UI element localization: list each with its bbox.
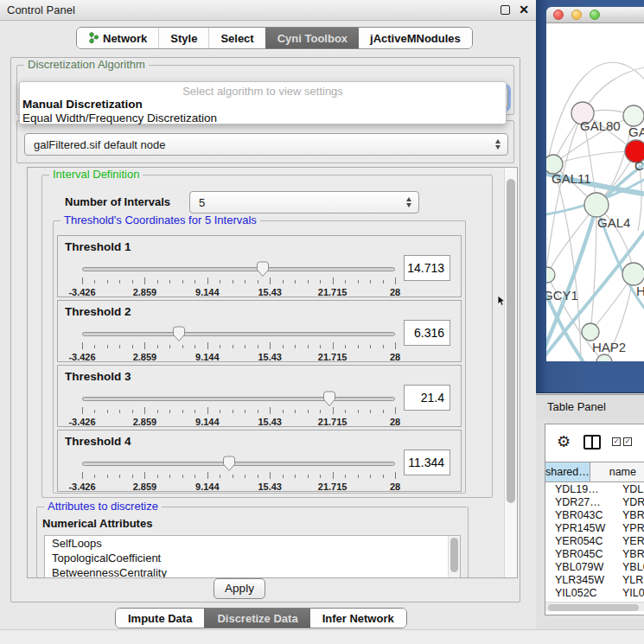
threshold-value-field[interactable]: 21.4 bbox=[404, 385, 450, 411]
network-view-frame: GAL80GACGAL11GAL4GCY1HHAP2 bbox=[536, 0, 644, 393]
network-node[interactable] bbox=[596, 354, 612, 361]
control-panel-tabbar: Network Style Select Cyni Toolbox jActiv… bbox=[76, 27, 473, 49]
tab-jactivemnodules[interactable]: jActiveMNodules bbox=[359, 28, 472, 48]
list-scrollbar-thumb[interactable] bbox=[450, 538, 458, 572]
scrollbar-thumb[interactable] bbox=[548, 604, 639, 611]
numerical-attributes-list[interactable]: SelfLoops TopologicalCoefficient Between… bbox=[44, 535, 461, 578]
tick-mark bbox=[94, 475, 95, 478]
table-cell[interactable]: YER054C bbox=[545, 535, 613, 548]
column-header-shared-name[interactable]: shared… bbox=[545, 462, 590, 481]
tab-infer-network[interactable]: Infer Network bbox=[310, 609, 406, 628]
table-cell[interactable]: YBR045C bbox=[613, 548, 644, 561]
minimize-traffic-light-icon[interactable] bbox=[571, 10, 582, 20]
dropdown-placeholder-option[interactable]: Select algorithm to view settings bbox=[20, 85, 506, 98]
table-cell[interactable]: YBR045C bbox=[545, 548, 613, 561]
scrollbar-thumb[interactable] bbox=[507, 179, 515, 503]
table-cell[interactable]: YLR345W bbox=[545, 574, 613, 587]
network-edge[interactable] bbox=[546, 113, 583, 283]
tick-mark bbox=[258, 280, 258, 284]
table-cell[interactable]: YLR345W bbox=[613, 574, 644, 587]
tick-mark bbox=[308, 475, 309, 478]
table-row[interactable]: YLR345WYLR345W bbox=[545, 574, 644, 587]
table-cell[interactable]: YBL079W bbox=[545, 561, 613, 574]
table-cell[interactable]: YDR27… bbox=[545, 496, 613, 509]
column-header-name[interactable]: name bbox=[590, 462, 644, 481]
table-cell[interactable]: YER054C bbox=[613, 535, 644, 548]
slider-thumb[interactable] bbox=[222, 456, 236, 472]
group-title: Threshold's Coordinates for 5 Intervals bbox=[61, 214, 260, 226]
table-horizontal-scrollbar[interactable] bbox=[545, 602, 644, 611]
table-cell[interactable]: YBR043C bbox=[613, 509, 644, 522]
table-row[interactable]: YPR145WYPR145W bbox=[545, 522, 644, 535]
threshold-value-field[interactable]: 14.713 bbox=[404, 255, 450, 281]
tab-style[interactable]: Style bbox=[158, 28, 208, 48]
dropdown-option-equal-width-frequency[interactable]: Equal Width/Frequency Discretization bbox=[22, 112, 217, 124]
network-node-h[interactable] bbox=[622, 263, 644, 285]
table-cell[interactable]: YIL052C bbox=[613, 587, 644, 600]
table-row[interactable]: YIL052CYIL052C bbox=[545, 587, 644, 600]
table-cell[interactable]: YDL19 bbox=[613, 483, 644, 496]
table-panel-titlebar[interactable]: Table Panel bbox=[536, 394, 644, 418]
table-cell[interactable]: YIL052C bbox=[545, 587, 613, 600]
dropdown-option-manual-discretization[interactable]: Manual Discretization bbox=[22, 98, 143, 111]
network-node-gal4[interactable] bbox=[584, 193, 609, 217]
network-node-gcy1[interactable] bbox=[546, 267, 555, 283]
table-row[interactable]: YBR045CYBR045C bbox=[545, 548, 644, 561]
tab-impute-data[interactable]: Impute Data bbox=[116, 609, 204, 628]
settings-vertical-scrollbar[interactable] bbox=[504, 168, 517, 577]
apply-button[interactable]: Apply bbox=[214, 578, 265, 599]
list-item[interactable]: TopologicalCoefficient bbox=[45, 551, 460, 565]
threshold-label: Threshold 4 bbox=[65, 435, 131, 448]
network-graph[interactable]: GAL80GACGAL11GAL4GCY1HHAP2 bbox=[546, 23, 644, 361]
table-row[interactable]: YER054CYER054C bbox=[545, 535, 644, 548]
table-cell[interactable]: YBL079W bbox=[613, 561, 644, 574]
threshold-slider: -3.4262.8599.14415.4321.71528 bbox=[82, 260, 395, 296]
column-split-icon[interactable] bbox=[583, 435, 601, 450]
list-item[interactable]: SelfLoops bbox=[45, 536, 460, 551]
tab-discretize-data[interactable]: Discretize Data bbox=[204, 609, 309, 628]
network-node-ga[interactable] bbox=[623, 105, 644, 126]
combo-stepper-icon[interactable] bbox=[495, 139, 501, 150]
threshold-value-field[interactable]: 6.316 bbox=[404, 320, 450, 346]
settings-gear-icon[interactable]: ⚙ bbox=[557, 432, 571, 451]
slider-thumb[interactable] bbox=[172, 326, 186, 342]
table-row[interactable]: YBR043CYBR043C bbox=[545, 509, 644, 522]
slider-thumb[interactable] bbox=[256, 261, 270, 277]
table-cell[interactable]: YDL19… bbox=[545, 483, 613, 496]
table-data-combobox[interactable]: galFiltered.sif default node bbox=[24, 133, 508, 156]
slider-thumb[interactable] bbox=[322, 391, 336, 407]
slider-track[interactable] bbox=[82, 267, 395, 271]
node-label: GA bbox=[628, 124, 644, 139]
tab-select[interactable]: Select bbox=[208, 28, 265, 48]
table-row[interactable]: YDR27…YDR27 bbox=[545, 496, 644, 509]
tick-mark bbox=[270, 407, 271, 414]
table-cell[interactable]: YBR043C bbox=[545, 509, 613, 522]
number-of-intervals-spinner[interactable]: 5 bbox=[189, 191, 419, 214]
threshold-value-field[interactable]: 11.344 bbox=[404, 450, 450, 475]
table-cell[interactable]: YPR145W bbox=[613, 522, 644, 535]
combo-stepper-icon[interactable] bbox=[406, 197, 411, 207]
close-traffic-light-icon[interactable] bbox=[553, 10, 564, 20]
tab-network[interactable]: Network bbox=[77, 28, 158, 48]
tick-mark bbox=[320, 280, 321, 284]
slider-track[interactable] bbox=[82, 332, 395, 336]
network-canvas[interactable]: GAL80GACGAL11GAL4GCY1HHAP2 bbox=[546, 23, 644, 361]
table-cell[interactable]: YDR27 bbox=[613, 496, 644, 509]
tick-mark bbox=[157, 410, 158, 413]
close-icon[interactable]: ✕ bbox=[519, 5, 529, 15]
list-item[interactable]: BetweennessCentrality bbox=[45, 565, 460, 578]
tick-mark bbox=[395, 472, 396, 479]
tab-cyni-toolbox[interactable]: Cyni Toolbox bbox=[265, 28, 359, 48]
table-row[interactable]: YBL079WYBL079W bbox=[545, 561, 644, 574]
tick-label: -3.426 bbox=[68, 352, 95, 362]
slider-track[interactable] bbox=[82, 462, 395, 466]
list-scrollbar[interactable] bbox=[448, 536, 460, 578]
select-columns-icon[interactable]: ✓ ✓ bbox=[612, 437, 632, 446]
table-cell[interactable]: YPR145W bbox=[545, 522, 613, 535]
table-row[interactable]: YDL19…YDL19 bbox=[545, 483, 644, 496]
zoom-traffic-light-icon[interactable] bbox=[590, 10, 600, 20]
slider-track[interactable] bbox=[82, 397, 395, 401]
network-node-hap2[interactable] bbox=[582, 323, 599, 341]
float-window-icon[interactable] bbox=[501, 5, 510, 15]
attributes-group: Attributes to discretize Numerical Attri… bbox=[36, 507, 469, 578]
